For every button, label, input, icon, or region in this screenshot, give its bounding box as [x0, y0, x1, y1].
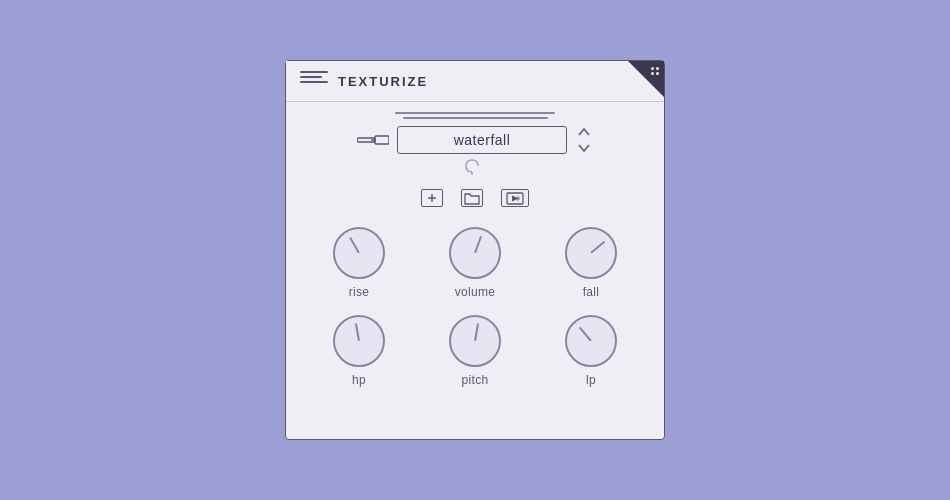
title-bar: TEXTURIZE — [286, 61, 664, 102]
secondary-row — [461, 155, 489, 177]
app-title: TEXTURIZE — [338, 74, 428, 89]
knob-volume-label: volume — [455, 285, 495, 299]
corner-dot — [651, 67, 654, 70]
knob-pitch[interactable] — [449, 315, 501, 367]
logo-icon — [300, 71, 328, 91]
preset-lines — [306, 112, 644, 119]
knob-container-lp: lp — [538, 315, 644, 387]
nav-arrows — [575, 125, 593, 155]
folder-button[interactable] — [461, 189, 483, 207]
corner-dot — [651, 72, 654, 75]
knob-container-fall: fall — [538, 227, 644, 299]
knob-hp-indicator — [355, 323, 360, 341]
chevron-down-icon — [578, 144, 590, 152]
knob-pitch-label: pitch — [462, 373, 489, 387]
preset-section: waterfall — [306, 112, 644, 207]
knob-pitch-indicator — [474, 323, 479, 341]
logo-line-3 — [300, 81, 328, 83]
knob-volume-indicator — [474, 236, 482, 254]
knob-container-pitch: pitch — [422, 315, 528, 387]
cable-svg — [357, 133, 389, 147]
svg-marker-8 — [517, 195, 520, 201]
midi-icon — [506, 192, 524, 205]
knob-lp[interactable] — [565, 315, 617, 367]
preset-line — [395, 112, 555, 114]
chevron-up-icon — [578, 128, 590, 136]
preset-up-button[interactable] — [575, 125, 593, 139]
loop-icon — [461, 155, 483, 177]
plus-icon — [426, 192, 438, 204]
main-content: waterfall — [286, 102, 664, 439]
preset-name[interactable]: waterfall — [397, 126, 567, 154]
corner-dot — [656, 72, 659, 75]
svg-rect-1 — [375, 136, 389, 144]
knob-rise[interactable] — [333, 227, 385, 279]
knob-container-volume: volume — [422, 227, 528, 299]
knob-hp-label: hp — [352, 373, 366, 387]
knob-hp[interactable] — [333, 315, 385, 367]
corner-dot — [656, 67, 659, 70]
action-icons-row — [421, 189, 529, 207]
knob-fall-label: fall — [583, 285, 600, 299]
logo-line-1 — [300, 71, 328, 73]
preset-row: waterfall — [306, 125, 644, 155]
knob-lp-indicator — [579, 327, 592, 342]
knob-fall-indicator — [590, 241, 605, 254]
midi-button[interactable] — [501, 189, 529, 207]
corner-dots — [651, 67, 659, 75]
knob-lp-label: lp — [586, 373, 596, 387]
folder-icon — [464, 192, 480, 205]
preset-line — [403, 117, 548, 119]
knob-rise-label: rise — [349, 285, 370, 299]
knob-rise-indicator — [349, 237, 360, 254]
logo-line-2 — [300, 76, 322, 78]
knobs-grid: rise volume fall hp — [306, 227, 644, 387]
preset-down-button[interactable] — [575, 141, 593, 155]
knob-fall[interactable] — [565, 227, 617, 279]
knob-container-hp: hp — [306, 315, 412, 387]
plugin-window: TEXTURIZE — [285, 60, 665, 440]
knob-volume[interactable] — [449, 227, 501, 279]
knob-container-rise: rise — [306, 227, 412, 299]
add-button[interactable] — [421, 189, 443, 207]
cable-icon — [357, 133, 389, 147]
